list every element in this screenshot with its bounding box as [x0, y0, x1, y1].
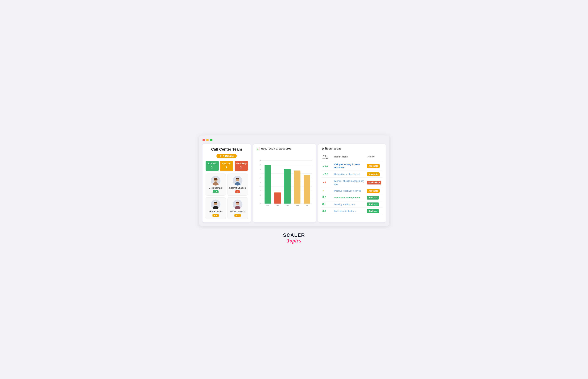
svg-text:4: 4: [260, 185, 260, 187]
score-value-2: ▼ 4: [323, 181, 326, 184]
filter-icon: ⚙: [321, 147, 324, 150]
team-title: Call Center Team: [211, 147, 242, 152]
score-celia: 10: [213, 190, 218, 193]
area-cell-0: Call processing & issue resolution: [333, 161, 366, 171]
bar-mar: [304, 175, 310, 204]
logo-scaler: SCALER: [283, 233, 305, 237]
svg-text:6: 6: [260, 177, 260, 179]
avatar-ludovic: [233, 176, 242, 186]
member-name-mariia: Mariia Danilova: [230, 210, 245, 213]
area-name-1: Resolution on the first call: [334, 173, 360, 175]
score-value-3: 7: [323, 189, 324, 192]
result-table-body: ▲ 6.2Call processing & issue resolutionA…: [321, 161, 382, 214]
footer-logo: SCALER Topics: [283, 233, 305, 244]
stat-needshelp-label: Needs Help: [236, 162, 247, 165]
svg-text:Dec: Dec: [276, 204, 279, 206]
svg-text:9: 9: [260, 164, 260, 166]
area-name-4: Workforce management: [334, 196, 360, 199]
table-row: 8.5Monthly attrition rateRockstar: [321, 201, 382, 207]
score-value-1: ▲ 7.5: [323, 173, 328, 175]
badge-label: Adequate: [223, 155, 234, 157]
table-row: ▲ 7.5Resolution on the first callAdequat…: [321, 171, 382, 177]
score-ludovic: 3: [235, 190, 240, 193]
member-card-nouran: Nouran Raouf 6.1: [206, 197, 226, 219]
result-table: Avg. score Result areas Review ▲ 6.2Call…: [321, 153, 382, 214]
area-cell-4: Workforce management: [333, 194, 366, 201]
score-value-4: 8.5: [323, 196, 326, 199]
dot-red: [203, 139, 205, 141]
stat-adequate-label: Adequate: [221, 162, 232, 165]
score-value-6: 8.5: [323, 209, 326, 212]
chart-panel: 📊 Avg. result area scores 10 9 8 7 6 5 4…: [253, 144, 316, 222]
area-cell-1: Resolution on the first call: [333, 171, 366, 177]
member-name-nouran: Nouran Raouf: [209, 210, 223, 213]
table-row: ▲ 6.2Call processing & issue resolutionA…: [321, 161, 382, 171]
bar-feb: [294, 171, 300, 204]
review-cell-6: Rockstar: [366, 207, 382, 214]
col-review-header: Review: [366, 153, 382, 161]
area-cell-3: Positive feedback received: [333, 187, 366, 194]
score-cell-6: 8.5: [321, 207, 333, 214]
review-cell-0: Adequate: [366, 161, 382, 171]
member-card-mariia: Mariia Danilova 6.6: [228, 197, 248, 219]
area-cell-2: Number of calls managed per day: [333, 177, 366, 187]
svg-text:Feb: Feb: [296, 204, 298, 206]
score-cell-5: 8.5: [321, 201, 333, 207]
stat-rockstar-label: Rock Star: [206, 162, 218, 165]
review-cell-3: Adequate: [366, 187, 382, 194]
left-panel: Call Center Team ★ Adequate Rock Star 1 …: [203, 144, 251, 222]
chart-title: 📊 Avg. result area scores: [256, 147, 313, 150]
bar-dec: [274, 192, 281, 204]
result-areas-title: ⚙ Result areas: [321, 147, 382, 150]
area-name-2: Number of calls managed per day: [334, 180, 364, 185]
review-badge-2: Needs Help: [367, 181, 382, 185]
logo-topics: Topics: [283, 237, 305, 244]
dot-green-browser: [210, 139, 212, 141]
table-row: ▼ 4Number of calls managed per dayNeeds …: [321, 177, 382, 187]
svg-text:8: 8: [260, 168, 260, 170]
svg-text:Nov: Nov: [266, 204, 269, 206]
score-nouran: 6.1: [212, 214, 219, 217]
dashboard: Call Center Team ★ Adequate Rock Star 1 …: [203, 144, 386, 222]
member-card-ludovic: Ludovic Chaillou 3: [228, 174, 248, 196]
svg-text:2: 2: [260, 194, 260, 196]
area-cell-5: Monthly attrition rate: [333, 201, 366, 207]
score-cell-1: ▲ 7.5: [321, 171, 333, 177]
score-mariia: 6.6: [235, 214, 241, 217]
table-row: 8.5Workforce managementRockstar: [321, 194, 382, 201]
avatar-celia: [211, 176, 220, 186]
svg-text:10: 10: [259, 159, 260, 161]
score-value-5: 8.5: [323, 203, 326, 205]
review-badge-4: Rockstar: [367, 196, 379, 200]
table-header-row: Avg. score Result areas Review: [321, 153, 382, 161]
review-badge-5: Rockstar: [367, 203, 379, 206]
stat-adequate: Adequate 2: [220, 161, 233, 171]
table-row: 8.5Motivation in the teamRockstar: [321, 207, 382, 214]
browser-dots: [203, 139, 386, 141]
area-cell-6: Motivation in the team: [333, 207, 366, 214]
area-name-5: Monthly attrition rate: [334, 203, 355, 205]
score-value-0: ▲ 6.2: [323, 164, 328, 167]
dot-yellow: [206, 139, 209, 141]
avatar-nouran: [211, 200, 220, 209]
svg-text:1: 1: [260, 198, 260, 200]
member-name-ludovic: Ludovic Chaillou: [229, 187, 246, 189]
table-row: 7Positive feedback receivedAdequate: [321, 187, 382, 194]
svg-text:Jan: Jan: [286, 204, 289, 206]
chart-area: 10 9 8 7 6 5 4 3 2 1 0: [256, 153, 313, 212]
review-cell-2: Needs Help: [366, 177, 382, 187]
star-icon: ★: [220, 155, 222, 157]
review-cell-4: Rockstar: [366, 194, 382, 201]
browser-window: Call Center Team ★ Adequate Rock Star 1 …: [199, 135, 389, 226]
review-badge-0: Adequate: [367, 164, 380, 168]
review-badge-3: Adequate: [367, 189, 380, 193]
svg-text:5: 5: [260, 181, 260, 183]
member-name-celia: Celia Bernard: [209, 187, 222, 189]
svg-text:3: 3: [260, 190, 260, 191]
stat-adequate-count: 2: [221, 165, 232, 170]
svg-text:Mar: Mar: [306, 204, 308, 206]
chart-title-text: Avg. result area scores: [261, 147, 292, 150]
review-cell-5: Rockstar: [366, 201, 382, 207]
score-cell-0: ▲ 6.2: [321, 161, 333, 171]
col-area-header: Result areas: [333, 153, 366, 161]
